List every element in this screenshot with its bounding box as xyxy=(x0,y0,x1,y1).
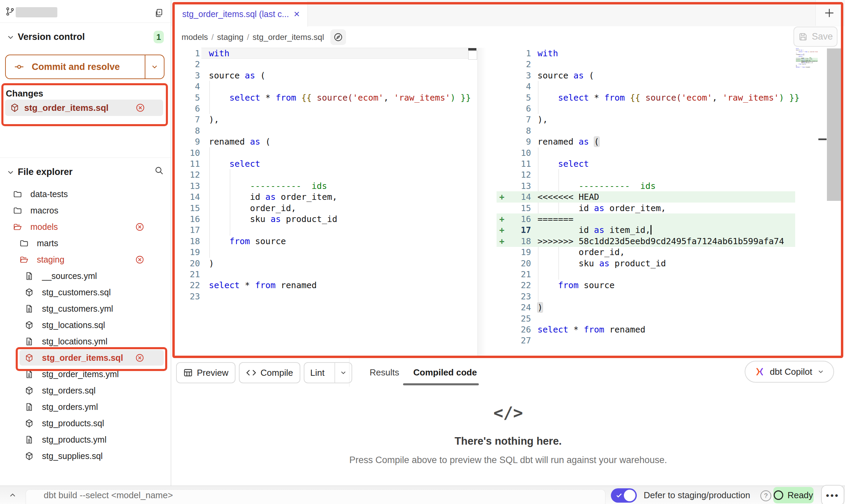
line-number: 25 xyxy=(497,313,531,324)
new-tab-area xyxy=(815,0,843,26)
commit-icon xyxy=(14,62,24,72)
help-icon[interactable]: ? xyxy=(760,490,771,501)
tree-item-staging[interactable]: staging xyxy=(0,251,171,268)
code-text: select xyxy=(538,158,589,169)
line-number: 9 xyxy=(497,136,531,147)
tree-item-stg-products-yml[interactable]: stg_products.yml xyxy=(0,431,171,448)
folder-icon xyxy=(19,239,29,248)
discard-change-icon[interactable] xyxy=(135,103,145,113)
discard-change-icon[interactable] xyxy=(135,222,144,232)
code-line-11: 11 select xyxy=(172,158,478,169)
compile-label: Compile xyxy=(260,368,293,378)
line-number: 5 xyxy=(172,92,200,103)
discard-change-icon[interactable] xyxy=(135,255,144,264)
tree-item-label: stg_locations.sql xyxy=(42,320,105,330)
doc-icon xyxy=(25,435,34,444)
discard-change-icon[interactable] xyxy=(135,353,144,362)
code-line-8: 8 xyxy=(497,125,795,136)
left-minimap-viewport[interactable] xyxy=(468,50,477,60)
version-control-chevron-icon[interactable] xyxy=(7,33,14,41)
tab-compiled-code[interactable]: Compiled code xyxy=(413,358,477,387)
tree-item-models[interactable]: models xyxy=(0,219,171,235)
code-text: source as ( xyxy=(538,70,594,81)
save-label: Save xyxy=(812,31,833,42)
code-line-17: +17 id as item_id, xyxy=(497,224,795,236)
code-line-24: 24) xyxy=(497,302,795,313)
status-circle-icon xyxy=(774,490,783,500)
branch-name-redacted[interactable] xyxy=(16,7,57,17)
scroll-ruler-marker xyxy=(818,138,827,140)
line-number: 24 xyxy=(497,302,531,313)
divider xyxy=(349,358,349,387)
code-pane-modified[interactable]: 1with23source as (45 select * from {{ so… xyxy=(497,48,795,356)
tree-item-label: macros xyxy=(30,206,58,216)
breadcrumb-separator: / xyxy=(208,32,217,42)
expand-panel-chevron-icon[interactable] xyxy=(8,491,17,500)
file-explorer-chevron-icon[interactable] xyxy=(7,168,14,176)
tree-item-label: stg_locations.yml xyxy=(42,337,108,346)
search-icon[interactable] xyxy=(154,166,164,175)
code-line-26: 26select * from renamed xyxy=(497,324,795,335)
tree-item-stg-locations-sql[interactable]: stg_locations.sql xyxy=(0,317,171,333)
tree-item--sources-yml[interactable]: __sources.yml xyxy=(0,268,171,284)
code-line-18: 18 from source xyxy=(172,236,478,247)
code-line-10: 10 xyxy=(497,147,795,159)
lint-button[interactable]: Lint xyxy=(304,362,352,383)
tree-item-stg-orders-sql[interactable]: stg_orders.sql xyxy=(0,382,171,399)
code-line-3: 3source as ( xyxy=(497,70,795,81)
line-number: 18 xyxy=(497,236,531,247)
tree-item-marts[interactable]: marts xyxy=(0,235,171,251)
tab-title: stg_order_items.sql (last c... xyxy=(182,9,289,19)
tree-item-stg-supplies-sql[interactable]: stg_supplies.sql xyxy=(0,448,171,464)
cube-icon xyxy=(25,386,34,395)
divider xyxy=(0,158,171,158)
dbt-copilot-button[interactable]: dbt Copilot xyxy=(745,361,834,383)
code-text: select * from {{ source('ecom', 'raw_ite… xyxy=(538,92,800,103)
code-line-4: 4 xyxy=(172,81,478,92)
tree-item-stg-order-items-sql[interactable]: stg_order_items.sql xyxy=(0,350,171,366)
compile-button[interactable]: Compile xyxy=(239,362,300,383)
doc-icon xyxy=(25,337,34,346)
tree-item-label: stg_products.sql xyxy=(42,418,104,428)
ready-status-pill[interactable]: Ready xyxy=(773,487,814,503)
tree-item-stg-customers-sql[interactable]: stg_customers.sql xyxy=(0,284,171,300)
tree-item-stg-orders-yml[interactable]: stg_orders.yml xyxy=(0,399,171,415)
new-tab-plus-icon[interactable] xyxy=(823,7,835,19)
tree-item-macros[interactable]: macros xyxy=(0,202,171,219)
tree-item-label: stg_products.yml xyxy=(42,435,106,445)
tab-close-icon[interactable]: × xyxy=(294,8,300,20)
defer-toggle[interactable] xyxy=(611,488,637,503)
code-line-13: 13 ---------- ids xyxy=(172,180,478,192)
commit-and-resolve-button[interactable]: Commit and resolve xyxy=(5,55,164,79)
tab-stg-order-items[interactable]: stg_order_items.sql (last c... × xyxy=(172,1,308,27)
changed-file-row[interactable]: stg_order_items.sql xyxy=(5,100,163,116)
preview-button[interactable]: Preview xyxy=(176,362,235,383)
code-text: order_id, xyxy=(209,203,296,214)
tab-results[interactable]: Results xyxy=(370,358,399,387)
command-input[interactable]: dbt build --select <model_name> xyxy=(44,486,173,504)
tree-item-stg-customers-yml[interactable]: stg_customers.yml xyxy=(0,300,171,317)
code-line-21: 21 xyxy=(497,269,795,280)
code-line-2: 2 xyxy=(497,59,795,70)
tree-item-stg-order-items-yml[interactable]: stg_order_items.yml xyxy=(0,366,171,382)
more-options-button[interactable]: ••• xyxy=(821,485,844,504)
copilot-compass-button[interactable] xyxy=(330,29,346,45)
tree-item-stg-locations-yml[interactable]: stg_locations.yml xyxy=(0,333,171,350)
code-pane-original[interactable]: 1with23source as (45 select * from {{ so… xyxy=(172,48,478,356)
commit-dropdown-button[interactable] xyxy=(145,55,164,78)
save-button[interactable]: Save xyxy=(793,27,837,47)
tree-item-stg-products-sql[interactable]: stg_products.sql xyxy=(0,415,171,431)
tree-item-data-tests[interactable]: data-tests xyxy=(0,186,171,202)
code-text: sku as product_id xyxy=(538,258,666,269)
folder-icon xyxy=(13,190,22,199)
line-number: 19 xyxy=(172,247,200,258)
code-text: ) xyxy=(209,258,214,269)
editor-scrollbar-thumb[interactable] xyxy=(827,48,842,201)
breadcrumb-separator: / xyxy=(243,32,253,42)
code-line-4: 4 xyxy=(497,81,795,92)
code-text: >>>>>>> 58c1dd23d5eebd9cd2495fa7124ab61b… xyxy=(538,236,784,247)
minimap[interactable]: with source as ( select * from {{ source… xyxy=(796,48,818,69)
copy-files-icon[interactable] xyxy=(154,8,164,18)
line-number: 8 xyxy=(497,125,531,136)
code-line-25: 25 xyxy=(497,313,795,324)
